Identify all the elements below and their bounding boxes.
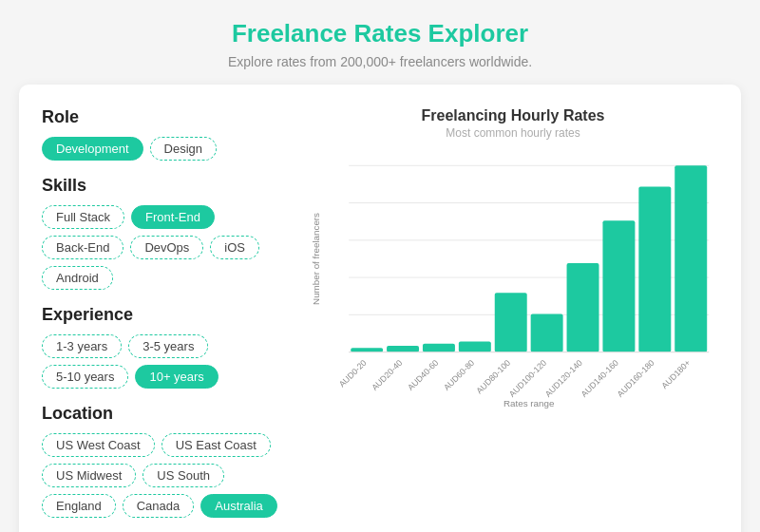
filters-panel: Role DevelopmentDesign Skills Full Stack… xyxy=(42,107,289,532)
tag-us-south[interactable]: US South xyxy=(142,464,224,487)
tag-us-midwest[interactable]: US Midwest xyxy=(42,464,136,487)
svg-text:AUD160-180: AUD160-180 xyxy=(616,358,656,399)
svg-text:Number of freelancers: Number of freelancers xyxy=(311,213,321,305)
tag-android[interactable]: Android xyxy=(42,266,113,290)
page-title: Freelance Rates Explorer xyxy=(232,19,528,48)
svg-text:AUD60-80: AUD60-80 xyxy=(442,358,476,392)
page-subtitle: Explore rates from 200,000+ freelancers … xyxy=(228,54,532,69)
experience-section: Experience 1-3 years3-5 years5-10 years1… xyxy=(42,305,289,389)
tag-1-3[interactable]: 1-3 years xyxy=(42,334,122,358)
svg-rect-6 xyxy=(351,348,383,352)
skills-label: Skills xyxy=(42,176,289,196)
tag-devops[interactable]: DevOps xyxy=(130,236,203,259)
tag-backend[interactable]: Back-End xyxy=(42,236,124,259)
role-tags: DevelopmentDesign xyxy=(42,137,289,161)
tag-england[interactable]: England xyxy=(42,494,116,518)
svg-text:AUD120-140: AUD120-140 xyxy=(543,358,584,399)
svg-rect-24 xyxy=(674,165,707,352)
tag-frontend[interactable]: Front-End xyxy=(131,205,215,229)
svg-text:AUD0-20: AUD0-20 xyxy=(337,358,369,390)
role-label: Role xyxy=(42,107,289,127)
tag-ios[interactable]: iOS xyxy=(210,236,259,259)
svg-rect-22 xyxy=(638,187,671,352)
tag-australia[interactable]: Australia xyxy=(200,494,277,518)
main-card: Role DevelopmentDesign Skills Full Stack… xyxy=(19,85,741,532)
tag-fullstack[interactable]: Full Stack xyxy=(42,205,124,229)
tag-canada[interactable]: Canada xyxy=(123,494,195,518)
skills-tags: Full StackFront-EndBack-EndDevOpsiOSAndr… xyxy=(42,205,289,290)
svg-rect-8 xyxy=(387,346,419,352)
svg-rect-16 xyxy=(531,314,563,352)
svg-text:AUD40-60: AUD40-60 xyxy=(406,358,440,392)
tag-us-west[interactable]: US West Coast xyxy=(42,433,155,457)
svg-rect-20 xyxy=(602,220,635,352)
bar-chart: AUD0-20AUD20-40AUD40-60AUD60-80AUD80-100… xyxy=(308,149,718,415)
svg-rect-12 xyxy=(459,341,491,352)
role-section: Role DevelopmentDesign xyxy=(42,107,289,161)
svg-text:AUD100-120: AUD100-120 xyxy=(507,358,548,399)
tag-5-10[interactable]: 5-10 years xyxy=(42,365,128,389)
tag-10+[interactable]: 10+ years xyxy=(135,365,218,389)
chart-area: Freelancing Hourly Rates Most common hou… xyxy=(308,107,718,532)
tag-design[interactable]: Design xyxy=(150,137,217,161)
svg-text:AUD180+: AUD180+ xyxy=(659,358,692,390)
experience-label: Experience xyxy=(42,305,289,325)
svg-text:Rates range: Rates range xyxy=(504,398,555,408)
location-section: Location US West CoastUS East CoastUS Mi… xyxy=(42,404,289,518)
svg-rect-18 xyxy=(567,263,599,352)
svg-text:AUD20-40: AUD20-40 xyxy=(370,358,404,392)
svg-text:AUD140-160: AUD140-160 xyxy=(580,358,620,399)
tag-development[interactable]: Development xyxy=(42,137,143,161)
chart-subtitle: Most common hourly rates xyxy=(446,126,580,140)
svg-text:AUD80-100: AUD80-100 xyxy=(474,358,512,396)
skills-section: Skills Full StackFront-EndBack-EndDevOps… xyxy=(42,176,289,290)
tag-3-5[interactable]: 3-5 years xyxy=(128,334,208,358)
bar-chart-svg: AUD0-20AUD20-40AUD40-60AUD60-80AUD80-100… xyxy=(308,149,718,415)
experience-tags: 1-3 years3-5 years5-10 years10+ years xyxy=(42,334,289,389)
tag-us-east[interactable]: US East Coast xyxy=(162,433,271,457)
location-label: Location xyxy=(42,404,289,424)
location-tags: US West CoastUS East CoastUS MidwestUS S… xyxy=(42,433,289,518)
svg-rect-10 xyxy=(423,344,455,352)
svg-rect-14 xyxy=(495,293,527,352)
chart-title: Freelancing Hourly Rates xyxy=(422,107,605,124)
